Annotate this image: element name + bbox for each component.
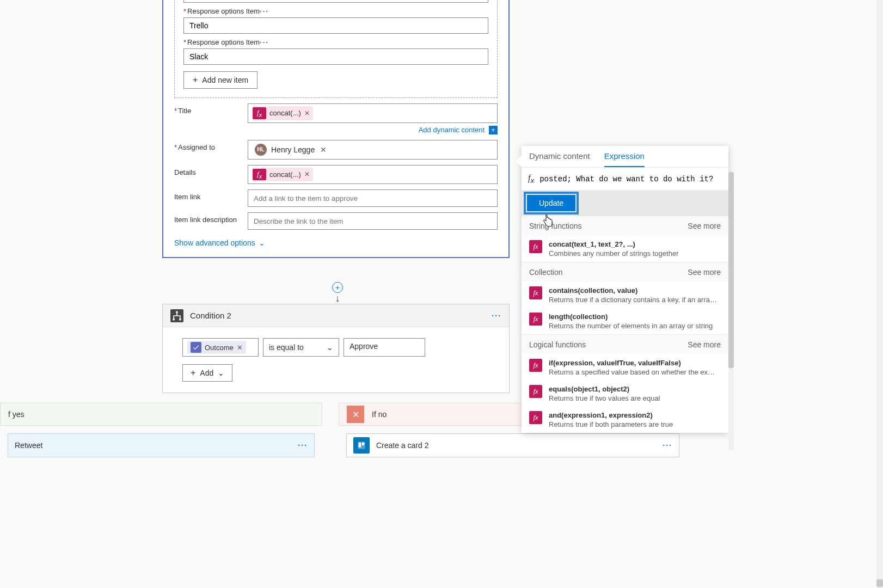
retweet-action-card[interactable]: Retweet ··· (8, 433, 315, 457)
chevron-down-icon: ⌄ (218, 369, 224, 377)
section-logical-functions: Logical functions See more (522, 334, 728, 354)
close-icon: ✕ (347, 406, 364, 423)
if-yes-label: f yes (8, 410, 24, 419)
fn-contains[interactable]: fx contains(collection, value) Returns t… (522, 282, 728, 308)
if-yes-header[interactable]: f yes (0, 403, 322, 426)
expression-input-row: fx (522, 168, 728, 191)
action-menu[interactable]: ··· (298, 441, 308, 450)
approval-action-card: *Response options Item ··· *Response opt… (162, 0, 510, 258)
details-concat-token[interactable]: fx concat(...) ✕ (253, 168, 313, 182)
condition-menu[interactable]: ··· (492, 311, 501, 320)
fx-icon: fx (253, 169, 266, 181)
panel-scrollbar-thumb[interactable] (728, 172, 734, 368)
title-field[interactable]: fx concat(...) ✕ (248, 103, 498, 123)
remove-token-icon[interactable]: ✕ (304, 170, 310, 178)
svg-rect-2 (179, 318, 181, 320)
response-item-2-label: *Response options Item ··· (183, 7, 488, 15)
item-2-menu[interactable]: ··· (260, 7, 269, 15)
fn-equals[interactable]: fx equals(object1, object2) Returns true… (522, 381, 728, 407)
outcome-token[interactable]: Outcome ✕ (187, 341, 246, 354)
chevron-down-icon: ⌄ (327, 343, 333, 352)
fx-icon: fx (529, 411, 542, 424)
if-yes-branch: f yes Retweet ··· (0, 403, 322, 468)
fx-icon: fx (529, 286, 542, 299)
callout-pointer (516, 156, 522, 167)
avatar: HL (255, 144, 267, 156)
title-concat-token[interactable]: fx concat(...) ✕ (253, 106, 313, 120)
arrow-down-icon: ↓ (332, 293, 343, 304)
panel-scrollbar-track[interactable] (728, 172, 734, 450)
title-row: *Title fx concat(...) ✕ (174, 103, 498, 123)
assigned-to-field[interactable]: HL Henry Legge ✕ (248, 140, 498, 160)
fx-icon: fx (253, 107, 266, 119)
item-3-menu[interactable]: ··· (260, 38, 269, 46)
fn-if[interactable]: fx if(expression, valueIfTrue, valueIfFa… (522, 354, 728, 381)
response-item-2-input[interactable] (183, 17, 488, 34)
add-condition-button[interactable]: + Add ⌄ (182, 364, 232, 382)
tab-expression[interactable]: Expression (604, 151, 645, 167)
plus-icon: + (191, 368, 195, 378)
item-link-row: Item link (174, 189, 498, 207)
fx-icon: fx (529, 359, 542, 372)
chevron-down-icon: ⌄ (259, 238, 265, 247)
outcome-icon (191, 342, 201, 353)
see-more-link[interactable]: See more (688, 340, 721, 349)
condition-operator-select[interactable]: is equal to ⌄ (263, 338, 339, 357)
expression-tabs: Dynamic content Expression (522, 146, 728, 168)
add-dynamic-content-row: Add dynamic content + (174, 125, 498, 134)
fn-concat[interactable]: fx concat(text_1, text_2?, ...) Combines… (522, 236, 728, 262)
response-options-group: *Response options Item ··· *Response opt… (174, 0, 498, 98)
plus-icon: + (193, 75, 198, 85)
fx-icon: fx (529, 385, 542, 398)
remove-assignee-icon[interactable]: ✕ (320, 145, 327, 154)
show-advanced-options-link[interactable]: Show advanced options ⌄ (174, 238, 265, 247)
fn-and[interactable]: fx and(expression1, expression2) Returns… (522, 407, 728, 433)
condition-title: Condition 2 (190, 311, 492, 320)
response-item-3-label: *Response options Item ··· (183, 38, 488, 46)
action-menu[interactable]: ··· (663, 441, 672, 450)
condition-left-field[interactable]: Outcome ✕ (182, 338, 259, 357)
add-dynamic-content-link[interactable]: Add dynamic content (419, 126, 485, 134)
create-card-action[interactable]: Create a card 2 ··· (346, 433, 679, 457)
assignee-token[interactable]: HL Henry Legge ✕ (253, 143, 329, 157)
expression-input[interactable] (539, 175, 722, 183)
page-scrollbar-track[interactable] (876, 0, 883, 588)
svg-rect-0 (176, 311, 177, 313)
if-no-label: If no (372, 410, 387, 419)
svg-rect-5 (362, 443, 365, 445)
tab-dynamic-content[interactable]: Dynamic content (529, 151, 590, 167)
dynamic-plus-icon[interactable]: + (489, 126, 498, 134)
item-link-desc-input[interactable] (248, 212, 498, 230)
item-link-desc-row: Item link description (174, 212, 498, 230)
condition-card: Condition 2 ··· Outcome ✕ is equal to ⌄ … (162, 304, 510, 393)
flow-connector: + ↓ (332, 282, 343, 304)
response-item-1-input[interactable] (183, 0, 488, 3)
add-new-item-button[interactable]: + Add new item (183, 71, 257, 89)
details-field[interactable]: fx concat(...) ✕ (248, 165, 498, 185)
details-row: Details fx concat(...) ✕ (174, 165, 498, 185)
fn-length[interactable]: fx length(collection) Returns the number… (522, 308, 728, 334)
page-scrollbar-thumb[interactable] (876, 579, 883, 587)
fx-icon: fx (529, 240, 542, 253)
fx-icon: fx (529, 313, 542, 326)
assigned-to-row: *Assigned to HL Henry Legge ✕ (174, 140, 498, 160)
update-bar: Update (522, 191, 728, 216)
see-more-link[interactable]: See more (688, 222, 721, 230)
svg-rect-1 (173, 318, 175, 320)
response-item-3-input[interactable] (183, 48, 488, 65)
condition-right-field[interactable]: Approve (344, 338, 425, 357)
section-string-functions: String functions See more (522, 216, 728, 236)
update-button[interactable]: Update (527, 195, 575, 211)
condition-body: Outcome ✕ is equal to ⌄ Approve + Add ⌄ (163, 327, 509, 393)
trello-icon (353, 437, 370, 454)
condition-icon (170, 309, 183, 322)
condition-header[interactable]: Condition 2 ··· (163, 304, 509, 327)
insert-step-button[interactable]: + (332, 282, 343, 293)
remove-outcome-icon[interactable]: ✕ (237, 344, 243, 352)
fx-icon: fx (528, 173, 534, 185)
remove-token-icon[interactable]: ✕ (304, 109, 310, 117)
item-link-input[interactable] (248, 189, 498, 207)
see-more-link[interactable]: See more (688, 268, 721, 277)
section-collection: Collection See more (522, 262, 728, 282)
expression-panel: Dynamic content Expression fx Update Str… (522, 146, 728, 433)
